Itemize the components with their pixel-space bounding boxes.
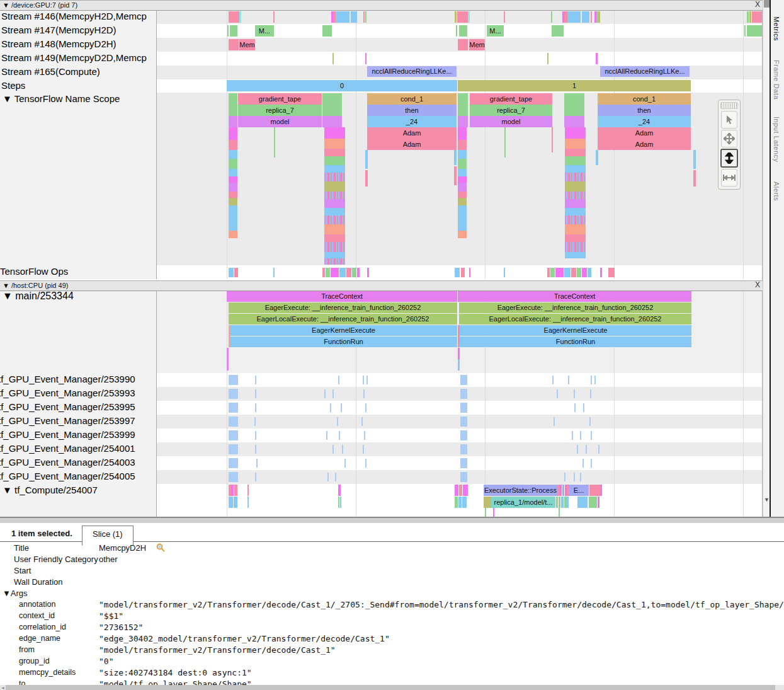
trace-fragment[interactable] (565, 224, 586, 234)
trace-bar[interactable] (589, 497, 597, 508)
event-tick[interactable] (363, 389, 365, 398)
trace-bar[interactable] (551, 11, 552, 23)
trace-fragment[interactable] (565, 192, 586, 199)
trace-bar[interactable] (322, 93, 342, 105)
sidebar-tab-alerts[interactable]: Alerts (773, 181, 780, 201)
event-block[interactable] (460, 458, 467, 468)
trace-bar[interactable] (747, 25, 762, 37)
trace-fragment[interactable] (458, 231, 467, 238)
trace-fragment[interactable] (229, 205, 237, 231)
trace-bar[interactable]: cond_1 (367, 93, 457, 105)
trace-bar[interactable] (582, 268, 587, 277)
trace-bar[interactable] (547, 53, 548, 64)
sidebar-tab-metrics[interactable]: Metrics (773, 16, 780, 41)
cpu-process-header[interactable]: ▼ /host:CPU (pid 49) (0, 280, 766, 291)
trace-bar[interactable]: ExecutorState::Process (484, 485, 557, 496)
event-tick[interactable] (574, 403, 576, 412)
trace-bar[interactable]: EagerExecute: __inference_train_function… (229, 302, 457, 313)
event-tick[interactable] (365, 459, 366, 468)
trace-bar[interactable] (247, 497, 249, 508)
trace-bar[interactable] (229, 105, 237, 116)
trace-bar[interactable]: Adam (598, 139, 691, 150)
trace-bar[interactable] (552, 127, 553, 152)
trace-bar[interactable] (588, 268, 591, 277)
event-tick[interactable] (256, 459, 258, 468)
trace-fragment[interactable] (229, 176, 237, 183)
event-tick[interactable] (337, 417, 338, 426)
track-label[interactable]: Stream #149(MemcpyD2D,Memcp (1, 52, 147, 63)
event-tick[interactable] (339, 431, 340, 440)
horizontal-scrollbar[interactable]: ◄ (0, 685, 784, 690)
trace-bar[interactable] (564, 268, 571, 277)
trace-bar[interactable] (600, 268, 602, 277)
trace-bar[interactable] (591, 11, 592, 23)
trace-bar[interactable] (459, 485, 462, 496)
trace-bar[interactable] (239, 11, 241, 23)
trace-bar[interactable] (608, 268, 615, 277)
trace-bar[interactable] (560, 485, 562, 496)
event-tick[interactable] (255, 431, 256, 440)
event-tick[interactable] (598, 445, 599, 454)
trace-bar[interactable] (229, 497, 233, 508)
select-tool-button[interactable] (721, 111, 737, 129)
trace-fragment[interactable] (565, 127, 586, 139)
trace-fragment[interactable] (324, 165, 345, 173)
trace-bar[interactable] (339, 268, 346, 277)
trace-bar[interactable] (326, 268, 330, 277)
event-tick[interactable] (594, 376, 596, 384)
trace-bar[interactable] (322, 116, 342, 127)
trace-bar[interactable] (231, 485, 234, 496)
event-tick[interactable] (338, 376, 339, 384)
trace-bar[interactable] (564, 116, 584, 127)
trace-bar[interactable] (458, 116, 468, 127)
trace-fragment[interactable] (565, 181, 586, 192)
event-tick[interactable] (335, 473, 336, 481)
trace-bar[interactable] (357, 268, 360, 277)
trace-bar[interactable] (229, 116, 237, 127)
trace-bar[interactable] (596, 150, 598, 165)
event-block[interactable] (229, 458, 238, 468)
trace-fragment[interactable] (229, 140, 237, 150)
event-block[interactable] (229, 430, 238, 440)
trace-bar[interactable] (455, 485, 458, 496)
cpu-close-icon[interactable]: X (753, 281, 762, 289)
trace-bar[interactable]: EagerKernelExecute (460, 325, 691, 336)
track-label[interactable]: ▼ main/253344 (3, 290, 74, 302)
trace-bar[interactable] (598, 11, 600, 23)
trace-bar[interactable] (367, 268, 369, 277)
trace-bar[interactable] (365, 170, 368, 187)
trace-bar[interactable]: E... (569, 485, 589, 496)
trace-bar[interactable]: Adam (367, 139, 457, 150)
trace-bar[interactable] (338, 485, 341, 496)
vertical-scrollbar-thumb[interactable] (764, 0, 770, 8)
trace-bar[interactable] (274, 127, 275, 158)
trace-fragment[interactable] (229, 169, 237, 176)
event-block[interactable] (229, 375, 238, 385)
trace-bar[interactable] (455, 497, 458, 508)
trace-fragment[interactable] (458, 198, 467, 205)
trace-fragment[interactable] (565, 208, 586, 216)
event-block[interactable] (229, 444, 238, 454)
event-tick[interactable] (344, 459, 346, 468)
trace-bar[interactable]: FunctionRun (460, 336, 691, 347)
event-tick[interactable] (552, 376, 554, 384)
event-block[interactable] (229, 389, 238, 399)
trace-bar[interactable] (504, 268, 505, 277)
trace-bar[interactable] (230, 25, 237, 37)
gpu-process-header[interactable]: ▼ /device:GPU:7 (pid 7) (0, 0, 766, 11)
trace-bar[interactable] (454, 166, 457, 185)
trace-fragment[interactable] (565, 139, 586, 149)
event-block[interactable] (229, 417, 238, 427)
trace-bar[interactable] (577, 497, 588, 508)
track-label[interactable]: ▼ TensorFlow Name Scope (3, 93, 120, 104)
track-label[interactable]: Stream #147(MemcpyH2D) (1, 25, 116, 35)
track-label[interactable]: tf_GPU_Event_Manager/254005 (0, 471, 135, 481)
trace-fragment[interactable] (458, 140, 467, 150)
trace-fragment[interactable] (229, 192, 237, 198)
trace-bar[interactable]: replica_7 (238, 105, 322, 116)
trace-bar[interactable] (552, 25, 564, 37)
trace-fragment[interactable] (324, 242, 345, 252)
scroll-left-icon[interactable]: ◄ (1, 686, 5, 690)
trace-bar[interactable] (561, 497, 564, 508)
trace-bar[interactable] (273, 11, 275, 23)
